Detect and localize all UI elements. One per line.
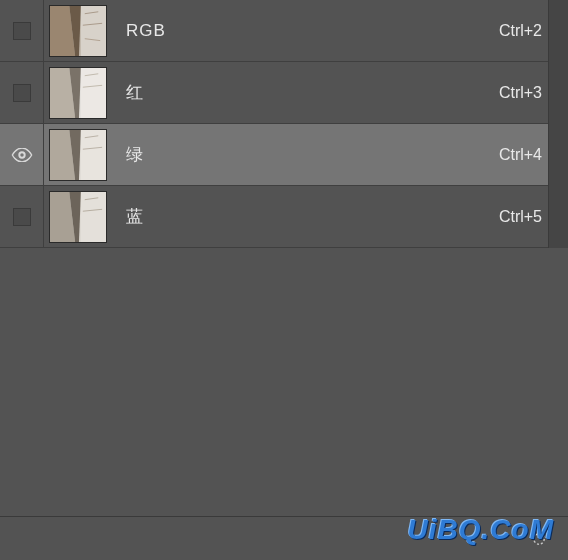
svg-rect-24 bbox=[81, 192, 106, 242]
svg-rect-3 bbox=[81, 6, 106, 56]
visibility-toggle[interactable] bbox=[0, 0, 44, 61]
visibility-toggle[interactable] bbox=[0, 186, 44, 247]
visibility-empty-icon bbox=[13, 22, 31, 40]
visibility-empty-icon bbox=[13, 208, 31, 226]
channel-name: 红 bbox=[112, 81, 458, 104]
channel-name: 绿 bbox=[112, 143, 458, 166]
channel-thumbnail bbox=[44, 124, 112, 185]
eye-icon bbox=[11, 148, 33, 162]
channel-thumbnail bbox=[44, 62, 112, 123]
svg-rect-18 bbox=[81, 130, 106, 180]
load-selection-icon[interactable] bbox=[530, 532, 548, 546]
visibility-empty-icon bbox=[13, 84, 31, 102]
channel-thumbnail bbox=[44, 0, 112, 61]
channel-row-blue[interactable]: 蓝 Ctrl+5 bbox=[0, 186, 568, 248]
channel-name: RGB bbox=[112, 21, 458, 41]
channel-row-red[interactable]: 红 Ctrl+3 bbox=[0, 62, 568, 124]
channels-panel: RGB Ctrl+2 红 Ctrl+3 bbox=[0, 0, 568, 248]
channel-thumbnail bbox=[44, 186, 112, 247]
channel-name: 蓝 bbox=[112, 205, 458, 228]
panel-scrollbar[interactable] bbox=[548, 0, 568, 248]
svg-point-14 bbox=[20, 153, 24, 157]
svg-rect-10 bbox=[81, 68, 106, 118]
channel-row-rgb[interactable]: RGB Ctrl+2 bbox=[0, 0, 568, 62]
svg-point-27 bbox=[534, 533, 544, 543]
visibility-toggle[interactable] bbox=[0, 62, 44, 123]
panel-footer bbox=[0, 516, 568, 560]
channel-row-green[interactable]: 绿 Ctrl+4 bbox=[0, 124, 568, 186]
visibility-toggle[interactable] bbox=[0, 124, 44, 185]
